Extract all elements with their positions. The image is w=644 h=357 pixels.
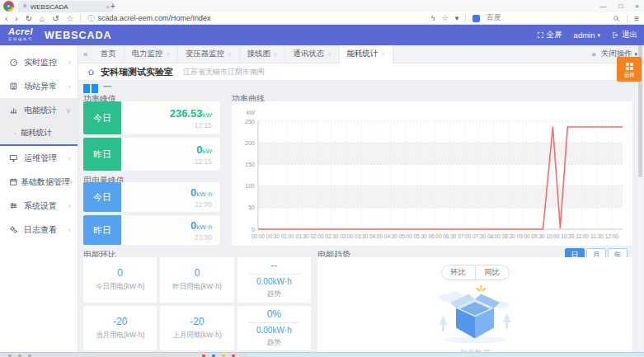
- ratio-card-label: 当月用电(kW·h): [96, 331, 145, 341]
- address-bar[interactable]: ⓘ scada.acrel-eem.com/Home/Index: [87, 14, 210, 23]
- svg-text:10:00: 10:00: [546, 233, 559, 239]
- ratio-card: 0今日用电(kW·h): [83, 257, 157, 303]
- view-toggle-icon[interactable]: [83, 84, 90, 93]
- chevron-down-icon[interactable]: ▾: [455, 14, 459, 22]
- browser-titlebar: ✳ WEBSCADA × + —□×: [0, 0, 644, 12]
- peak-card-tag: 昨日: [83, 215, 121, 245]
- logout-button[interactable]: 退出: [612, 30, 637, 40]
- tree-collapse-icon[interactable]: —: [103, 82, 111, 91]
- svg-text:04:30: 04:30: [384, 233, 397, 239]
- page-tab-能耗统计[interactable]: 能耗统计○: [340, 45, 393, 63]
- compare-toggle-环比[interactable]: 环比: [441, 265, 476, 280]
- svg-text:02:30: 02:30: [325, 233, 338, 239]
- ratio-card-sub: 0.00kW·h: [256, 277, 292, 286]
- divider: [80, 15, 81, 22]
- search-engine-label[interactable]: 百度: [487, 13, 501, 23]
- svg-text:250: 250: [245, 119, 255, 124]
- sidebar-item-运维管理[interactable]: 运维管理‹: [0, 146, 78, 170]
- page-tab-电力监控[interactable]: 电力监控○: [125, 45, 178, 63]
- url-text: scada.acrel-eem.com/Home/Index: [97, 14, 210, 22]
- ratio-card-value: 0%: [267, 308, 281, 320]
- tab-favicon-icon: ✳: [22, 3, 28, 10]
- windows-taskbar[interactable]: [0, 352, 644, 357]
- toolbar-right-icons: ϟ☆▾: [431, 14, 458, 22]
- tab-close-circle-icon[interactable]: ○: [382, 51, 385, 57]
- lightning-icon[interactable]: ϟ: [431, 14, 435, 22]
- star-icon[interactable]: ☆: [442, 14, 449, 22]
- nav-icons: ‹›↻⌂↺☆: [5, 14, 73, 23]
- user-menu[interactable]: admin ▾: [574, 31, 600, 40]
- minimize-icon[interactable]: —: [599, 0, 606, 12]
- svg-text:05:30: 05:30: [414, 233, 427, 239]
- divider: [627, 15, 628, 22]
- compare-toggle-同比[interactable]: 同比: [476, 265, 510, 280]
- peak-card-body: 236.53kW12:15: [121, 101, 220, 134]
- history-icon[interactable]: ↺: [52, 14, 59, 23]
- sidebar-item-实时监控[interactable]: 实时监控‹: [0, 50, 78, 74]
- page-tab-变压器监控[interactable]: 变压器监控○: [178, 45, 240, 63]
- sidebar-subitem-能耗统计[interactable]: ·能耗统计: [0, 122, 78, 144]
- back-icon[interactable]: ‹: [5, 14, 7, 23]
- house-icon: [87, 68, 96, 77]
- browser-tab[interactable]: ✳ WEBSCADA ×: [18, 1, 114, 12]
- forward-icon[interactable]: ›: [15, 14, 17, 23]
- svg-text:06:00: 06:00: [428, 233, 441, 239]
- search-icon[interactable]: [613, 15, 620, 22]
- maximize-icon[interactable]: □: [618, 0, 623, 12]
- header-actions: 全屏 admin ▾ 退出: [537, 30, 637, 40]
- star-icon[interactable]: ☆: [67, 14, 74, 23]
- divider: [249, 274, 299, 275]
- station-selector-label: 选择: [624, 72, 635, 78]
- app-header: Acrel 安科瑞电气 WEBSCADA 全屏 admin ▾ 退出: [0, 25, 644, 45]
- ratio-card-value: -20: [113, 316, 127, 327]
- gauge-icon: [9, 58, 18, 67]
- double-arrow-left-icon[interactable]: «: [78, 49, 93, 59]
- sidebar-item-日志查看[interactable]: 日志查看‹: [0, 218, 78, 242]
- taskbar-active-window[interactable]: [247, 354, 644, 357]
- home-icon[interactable]: ⌂: [40, 14, 45, 23]
- monitor-icon: [9, 153, 18, 162]
- sidebar-item-系统设置[interactable]: 系统设置‹: [0, 194, 78, 218]
- page-tab-通讯状态[interactable]: 通讯状态○: [285, 45, 339, 63]
- tab-close-icon[interactable]: ×: [106, 3, 110, 11]
- station-selector-button[interactable]: 选择: [617, 57, 642, 82]
- search-icon[interactable]: [613, 15, 620, 22]
- sidebar-item-基础数据管理[interactable]: 基础数据管理‹: [0, 170, 78, 194]
- double-arrow-right-icon[interactable]: »: [592, 49, 596, 59]
- new-tab-button[interactable]: +: [110, 1, 115, 12]
- sidebar-menu: 实时监控‹场站异常‹电能统计∨·能耗统计运维管理‹基础数据管理‹系统设置‹日志查…: [0, 45, 78, 352]
- tab-close-circle-icon[interactable]: ○: [327, 51, 331, 57]
- fullscreen-button[interactable]: 全屏: [537, 30, 562, 40]
- page-tabs: 首页电力监控○变压器监控○接线图○通讯状态○能耗统计○: [93, 45, 393, 63]
- close-icon[interactable]: ×: [635, 0, 639, 12]
- ratio-card: -20上月同期(kW·h): [160, 306, 233, 351]
- peak-card-value: 236.53kW: [170, 107, 212, 120]
- sidebar-item-label: 电能统计: [24, 105, 65, 116]
- svg-text:08:30: 08:30: [502, 233, 515, 239]
- peak-card-time: 12:15: [195, 121, 212, 129]
- page-tab-接线图[interactable]: 接线图○: [240, 45, 286, 63]
- peak-card-昨日: 昨日0kW12:15: [83, 138, 220, 171]
- chevron-left-icon: ‹: [68, 154, 71, 162]
- sidebar-item-电能统计[interactable]: 电能统计∨: [0, 98, 78, 122]
- chevron-left-icon: ‹: [68, 59, 71, 67]
- search-engine-icon[interactable]: [472, 15, 480, 22]
- refresh-icon[interactable]: ↻: [26, 14, 32, 23]
- menu-icon[interactable]: ≡: [634, 14, 639, 23]
- ratio-card: --0.00kW·h趋势: [237, 257, 311, 303]
- page-tab-首页[interactable]: 首页: [93, 45, 125, 63]
- ratio-card-value: -20: [190, 316, 204, 327]
- window-controls: —□×: [599, 0, 639, 12]
- sidebar-item-label: 运维管理: [24, 153, 68, 164]
- ratio-card-sub: 0.00kW·h: [256, 326, 292, 335]
- peak-card-tag: 昨日: [83, 138, 121, 171]
- tab-close-circle-icon[interactable]: ○: [167, 51, 170, 57]
- tab-close-circle-icon[interactable]: ○: [228, 51, 231, 57]
- product-name: WEBSCADA: [45, 30, 112, 41]
- chevron-left-icon: ‹: [68, 226, 71, 234]
- tab-close-circle-icon[interactable]: ○: [274, 51, 277, 57]
- bullet-icon: ·: [14, 129, 16, 138]
- sidebar-item-场站异常[interactable]: 场站异常‹: [0, 74, 78, 98]
- trend-compare-toggles: 环比同比: [441, 265, 510, 280]
- view-toggle-icon[interactable]: [92, 84, 98, 93]
